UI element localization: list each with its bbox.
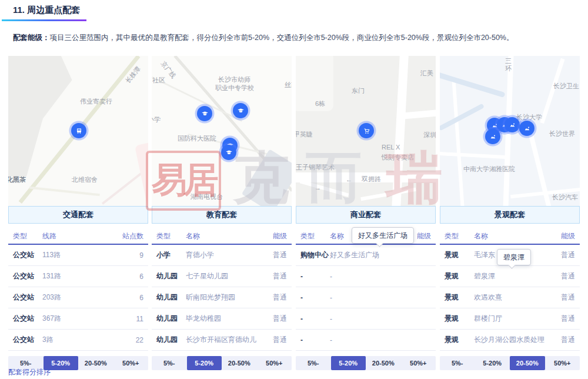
business-table: 类型名称能级购物中心好又多生活广场-------- [296,228,436,351]
table-row: 公交站131路6 [8,266,148,287]
cell-name[interactable]: 欢遇欢熹 [474,292,544,302]
graduation-cap-icon-marker[interactable] [221,145,236,160]
column-header: 类型 [8,231,42,241]
rating-segment: 5-20% [475,356,510,370]
cell-type: 小学 [152,250,186,260]
cell-level: 普通 [256,250,292,260]
map-road-shape [392,56,409,206]
map-label: 北维宿舍 [72,175,98,184]
panel-business: 汇美东门6栋甲英睫深圳REL X悦刻专卖店王子钢琴艺术←双拥路→ 商业配套 类型… [296,56,436,370]
cell-type: - [296,272,330,281]
panel-title-business: 商业配套 [296,206,436,224]
map-area-shape [296,56,333,111]
cell-name[interactable]: 长沙市开福区育德幼儿园 [186,335,256,345]
cell-level: 9 [113,251,148,260]
summary-text: 配套能级：项目三公里范围内，其中最优的是教育配套，得分位列全市前5-20%，交通… [13,33,554,43]
bus-icon [74,126,84,136]
rating-segment: 5%- [440,356,475,370]
map-river-shape [440,71,506,98]
map-label: 中南大学湘雅医院 [463,165,515,174]
tooltip: 好又多生活广场 [352,227,414,244]
panel-title-landscape: 景观配套 [440,206,580,224]
cell-type: 幼儿园 [152,292,186,302]
cell-name[interactable]: 好又多生活广场 [330,250,400,260]
cell-name[interactable]: 群楼门厅 [474,314,544,324]
education-table: 类型名称能级小学育德小学普通幼儿园七子星幼儿园普通幼儿园昕南阳光梦翔园普通幼儿园… [152,228,292,351]
cell-name[interactable]: 昕南阳光梦翔园 [186,292,256,302]
landscape-map[interactable]: 三环长沙卫生长沙大学长沙世界中南大学湘雅医院长沙汽车 [440,56,580,206]
tooltip-text: 碧泉潭 [503,253,524,261]
map-label: 三环 [505,57,512,72]
map-road-shape [360,188,416,201]
panel-transport: 伟业寄卖行安化黑茶北维宿舍长株潭 交通配套 类型线路站点数公交站113路9公交站… [8,56,148,370]
graduation-cap-icon [200,109,210,119]
cell-type: - [296,315,330,323]
cell-level: 11 [113,315,148,323]
cell-name[interactable]: 七子星幼儿园 [186,271,256,281]
graduation-cap-icon-marker[interactable] [233,103,248,118]
cell-type: 景观 [440,335,474,345]
transport-map[interactable]: 伟业寄卖行安化黑茶北维宿舍长株潭 [8,56,148,206]
table-row: 景观群楼门厅普通 [440,308,580,330]
table-row: 幼儿园七子星幼儿园普通 [152,266,292,287]
map-road-shape [452,78,464,206]
map-label: 双拥路 [362,175,381,184]
column-header: 名称 [186,231,256,241]
graduation-cap-icon [224,148,234,158]
cell-name[interactable]: 育德小学 [186,250,256,260]
table-row: 公交站3路22 [8,330,148,351]
scenic-icon-marker[interactable] [519,121,534,136]
bus-icon-marker[interactable] [71,123,86,138]
cell-name[interactable]: 毕龙幼稚园 [186,314,256,324]
cell-level: 普通 [256,292,292,302]
table-row: 购物中心好又多生活广场 [296,245,436,266]
cell-name[interactable]: 长沙月湖公园水质处理站 [474,335,544,345]
graduation-cap-icon-marker[interactable] [197,106,212,121]
table-row: -- [296,330,436,351]
cell-level: 6 [113,272,148,281]
cell-name[interactable]: 203路 [42,292,113,302]
rating-segment: 5%- [296,356,331,370]
cart-icon-marker[interactable] [359,123,374,138]
map-label: 长沙汽车 [552,193,578,202]
rating-segment: 50%+ [401,356,436,370]
cell-name[interactable]: 3路 [42,335,113,345]
cell-name[interactable]: 367路 [42,314,113,324]
map-label: 长沙市幼师 [218,75,250,84]
cell-type: 景观 [440,292,474,302]
map-label: 深圳 [423,131,436,139]
scenic-icon-marker[interactable] [485,129,500,144]
cell-name[interactable]: 131路 [42,271,113,281]
cell-name[interactable]: - [330,272,400,281]
business-map[interactable]: 汇美东门6栋甲英睫深圳REL X悦刻专卖店王子钢琴艺术←双拥路→ [296,56,436,206]
cell-name[interactable]: - [330,294,400,302]
column-header: 类型 [296,231,330,241]
column-header: 能级 [544,231,580,241]
landscape-table: 类型名称能级景观毛泽东普通景观碧泉潭普通景观欢遇欢熹普通景观群楼门厅普通景观长沙… [440,228,580,351]
column-header: 类型 [152,231,186,241]
education-map[interactable]: 京广线社区长沙市幼师职业中专学校丝茅小学国防科大医院湖南电视台 [152,56,292,206]
scenic-icon [488,132,498,142]
cell-name[interactable]: 碧泉潭 [474,271,544,281]
rating-segment: 5-20% [331,356,366,370]
cell-type: 景观 [440,250,474,260]
cell-type: 购物中心 [296,250,330,260]
map-road-shape [540,58,564,124]
cell-name[interactable]: - [330,336,400,344]
rating-segment: 50%+ [257,356,292,370]
map-label: 王子钢琴艺术 [296,163,335,172]
cell-type: 幼儿园 [152,335,186,345]
map-label: 职业中专学校 [215,84,254,92]
map-river-shape [440,104,485,131]
cell-level: 普通 [544,271,580,281]
cell-name[interactable]: - [330,315,400,323]
column-header: 名称 [474,231,544,241]
cell-name[interactable]: 113路 [42,250,113,260]
map-area-shape [135,142,148,206]
map-label: 6栋 [315,99,325,108]
scenic-icon-marker[interactable] [505,117,520,132]
column-header: 站点数 [113,231,148,241]
map-label: 东门 [352,87,365,95]
map-label: REL X [382,144,400,151]
cell-type: 公交站 [8,250,42,260]
